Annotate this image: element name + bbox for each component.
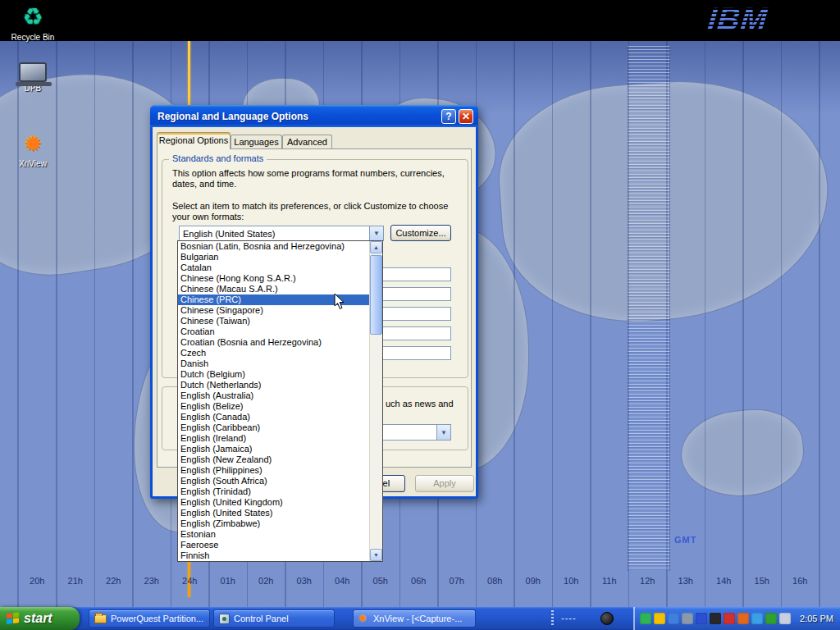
windows-flag-icon	[7, 612, 20, 625]
language-dropdown-items: Bosnian (Latin, Bosnia and Herzegovina) …	[178, 241, 369, 561]
timezone-label: 13h	[667, 576, 705, 586]
close-button[interactable]: ✕	[459, 109, 473, 124]
xnview-icon: ✹	[358, 614, 369, 624]
list-item[interactable]: Chinese (Hong Kong S.A.R.)	[178, 273, 369, 284]
language-combobox-value: English (United States)	[180, 229, 369, 239]
start-button-label: start	[24, 611, 52, 626]
list-item[interactable]: Czech	[178, 348, 369, 358]
list-item[interactable]: English (Trinidad)	[178, 486, 369, 497]
folder-icon	[94, 614, 107, 623]
taskbar-deskband-icon[interactable]	[600, 612, 614, 625]
xnview-desktop-icon[interactable]: ✹ XnView	[2, 130, 64, 168]
tray-icon-11[interactable]	[779, 613, 791, 624]
list-item[interactable]: English (Ireland)	[178, 433, 369, 444]
start-button[interactable]: start	[0, 607, 80, 630]
timezone-label: 16h	[781, 576, 819, 586]
tray-icon-10[interactable]	[765, 613, 777, 624]
date-line-hatch-band	[628, 46, 670, 571]
list-item[interactable]: Chinese (Taiwan)	[178, 316, 369, 326]
timezone-label: 04h	[323, 576, 362, 586]
ibm-logo: IBM	[706, 2, 769, 37]
chevron-down-icon[interactable]: ▼	[369, 226, 383, 240]
list-item[interactable]: English (Caribbean)	[178, 422, 369, 433]
tab-regional-options[interactable]: Regional Options	[157, 132, 231, 149]
timezone-label: 06h	[399, 576, 438, 586]
taskbar-dashes-toolbar[interactable]: ----	[561, 613, 577, 623]
task-label: Control Panel	[234, 614, 289, 623]
recycle-bin-desktop-icon[interactable]: ♻ Recycle Bin	[2, 3, 64, 42]
dropdown-scrollbar[interactable]: ▲ ▼	[369, 241, 382, 561]
tray-icon-3[interactable]	[668, 613, 679, 624]
dialog-title: Regional and Language Options	[158, 111, 439, 122]
list-item[interactable]: English (New Zealand)	[178, 454, 369, 465]
timezone-label: 09h	[514, 576, 553, 586]
desktop-top-strip: ♻ Recycle Bin IBM	[0, 0, 840, 41]
list-item[interactable]: English (United Kingdom)	[178, 497, 369, 508]
taskbar-clock[interactable]: 2:05 PM	[800, 614, 833, 623]
chevron-down-icon[interactable]: ▼	[436, 425, 450, 440]
tab-advanced[interactable]: Advanced	[282, 135, 332, 149]
xnview-label: XnView	[17, 159, 48, 168]
control-panel-icon	[219, 614, 230, 624]
gmt-label: GMT	[674, 535, 696, 545]
tray-icon-7[interactable]	[724, 613, 735, 624]
standards-instruction: Select an item to match its preferences,…	[172, 201, 464, 222]
dialog-titlebar[interactable]: Regional and Language Options ? ✕	[150, 105, 478, 127]
list-item[interactable]: Danish	[178, 358, 369, 369]
list-item[interactable]: Bulgarian	[178, 252, 369, 262]
timezone-label: 01h	[209, 576, 248, 586]
list-item[interactable]: Bosnian (Latin, Bosnia and Herzegovina)	[178, 241, 369, 252]
timezone-label: 07h	[438, 576, 477, 586]
list-item[interactable]: Dutch (Belgium)	[178, 369, 369, 380]
taskbar-button-control-panel[interactable]: Control Panel	[213, 609, 335, 628]
tab-languages[interactable]: Languages	[231, 135, 282, 149]
tray-icon-2[interactable]	[654, 613, 665, 624]
list-item[interactable]: English (United States)	[178, 508, 369, 518]
scroll-down-icon[interactable]: ▼	[370, 549, 382, 561]
recycle-bin-label: Recycle Bin	[10, 33, 57, 42]
timezone-label: 23h	[133, 576, 171, 586]
list-item[interactable]: Croatian (Bosnia and Herzegovina)	[178, 337, 369, 348]
list-item[interactable]: Finnish	[178, 550, 369, 561]
list-item[interactable]: English (Canada)	[178, 412, 369, 422]
help-button[interactable]: ?	[441, 109, 456, 124]
timezone-label: 22h	[94, 576, 133, 586]
list-item[interactable]: English (South Africa)	[178, 476, 369, 486]
taskbar-button-xnview[interactable]: ✹ XnView - [<Capture-...	[353, 609, 476, 628]
timezone-label: 12h	[628, 576, 667, 586]
task-label: PowerQuest Partition...	[111, 614, 203, 623]
task-label: XnView - [<Capture-...	[373, 614, 462, 623]
scroll-up-icon[interactable]: ▲	[370, 241, 382, 253]
taskbar-button-powerquest[interactable]: PowerQuest Partition...	[89, 609, 210, 628]
scrollbar-thumb[interactable]	[370, 255, 382, 335]
list-item[interactable]: English (Jamaica)	[178, 444, 369, 454]
language-combobox[interactable]: English (United States) ▼	[179, 226, 384, 241]
timezone-label: 21h	[57, 576, 95, 586]
timezone-label: 03h	[285, 576, 324, 586]
dpb-desktop-icon[interactable]: DPB	[2, 59, 64, 93]
tray-icon-6[interactable]	[710, 613, 721, 624]
tray-icon-9[interactable]	[751, 613, 763, 624]
list-item[interactable]: Dutch (Netherlands)	[178, 380, 369, 390]
customize-button[interactable]: Customize...	[390, 225, 451, 241]
list-item[interactable]: Faeroese	[178, 540, 369, 550]
list-item[interactable]: English (Philippines)	[178, 465, 369, 476]
list-item[interactable]: Croatian	[178, 326, 369, 337]
tray-icon-8[interactable]	[737, 613, 749, 624]
apply-button: Apply	[415, 475, 474, 492]
list-item[interactable]: Catalan	[178, 262, 369, 273]
list-item[interactable]: Estonian	[178, 529, 369, 540]
tray-icon-4[interactable]	[682, 613, 693, 624]
tray-icon-1[interactable]	[640, 613, 651, 624]
tray-icon-5[interactable]	[696, 613, 707, 624]
laptop-icon	[19, 62, 47, 82]
taskbar: start PowerQuest Partition... Control Pa…	[0, 607, 840, 630]
timezone-label-row: 20h 21h 22h 23h 24h 01h 02h 03h 04h 05h …	[18, 576, 822, 586]
list-item[interactable]: English (Australia)	[178, 390, 369, 401]
timezone-label: 15h	[743, 576, 782, 586]
timezone-label: 14h	[705, 576, 743, 586]
list-item[interactable]: English (Zimbabwe)	[178, 518, 369, 529]
taskbar-separator[interactable]	[551, 610, 554, 627]
list-item[interactable]: English (Belize)	[178, 401, 369, 412]
recycle-bin-icon: ♻	[2, 3, 64, 31]
